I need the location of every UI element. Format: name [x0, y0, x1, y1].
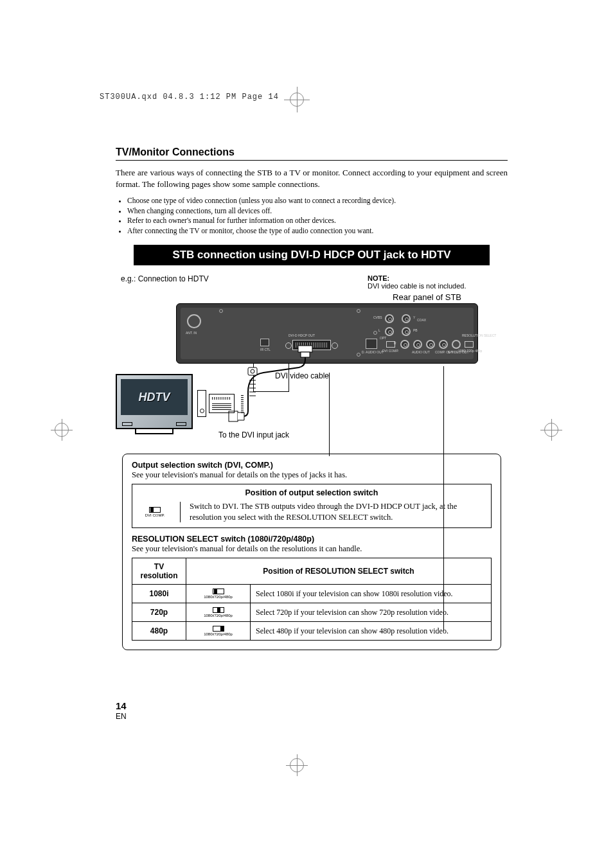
position-output-box: Position of output selection switch DVI … — [132, 484, 492, 528]
pr-jack — [439, 340, 448, 349]
note-heading: NOTE: — [368, 274, 389, 282]
resolution-select-heading: RESOLUTION SELECT switch (1080i/720p/480… — [132, 535, 492, 544]
bullet-item: After connecting the TV or monitor, choo… — [127, 226, 508, 236]
pb-label: PB — [413, 328, 418, 332]
hdtv-text: HDTV — [139, 391, 170, 404]
ant-in-jack — [187, 314, 201, 328]
res-sel-label: RESOLUTION SELECT — [462, 333, 496, 337]
intro-bullets: Choose one type of video connection (unl… — [116, 196, 508, 236]
page-lang: EN — [116, 712, 127, 721]
d-audio-out-label: D. AUDIO OUT — [362, 350, 384, 354]
resolution-select-text: See your television's manual for details… — [132, 544, 492, 554]
av-receiver-illustration — [197, 390, 240, 422]
audio-l-jack — [385, 327, 394, 336]
note-block: NOTE: DVI video cable is not included. — [368, 274, 502, 290]
desc-1080i: Select 1080i if your television can show… — [251, 585, 492, 603]
stb-rear-panel: ANT. IN IR CTL DVI-D HDCP OUT OPT D. AUD… — [176, 303, 478, 364]
intro-paragraph: There are various ways of connecting the… — [116, 167, 508, 190]
desc-720p: Select 720p if your television can show … — [251, 603, 492, 622]
col-tv-resolution: TV resolution — [132, 558, 186, 585]
dvi-out-label: DVI-D HDCP OUT — [289, 333, 315, 337]
page-number-block: 14 EN — [116, 700, 127, 721]
output-selection-text: See your television's manual for details… — [132, 470, 492, 480]
audio-out-label: AUDIO OUT — [412, 350, 430, 354]
note-text: DVI video cable is not included. — [368, 282, 466, 290]
registration-mark — [551, 419, 552, 441]
switch-pos-1080i: 1080i/720p/480p — [186, 585, 251, 603]
position-heading: Position of output selection switch — [139, 488, 484, 497]
cvbs-label: CVBS — [373, 315, 382, 319]
ir-ctl-port — [260, 339, 269, 346]
res-720p: 720p — [132, 603, 186, 622]
col-switch-position: Position of RESOLUTION SELECT switch — [186, 558, 492, 585]
audio2-jack — [426, 340, 435, 349]
y-jack — [402, 314, 411, 323]
table-row: 1080i 1080i/720p/480p Select 1080i if yo… — [132, 585, 492, 603]
ir-ctl-label: IR CTL — [260, 348, 271, 351]
dvi-comp-sw-label: DVI COMP. — [382, 349, 398, 353]
desc-480p: Select 480p if your television can show … — [251, 622, 492, 641]
res-1080i: 1080i — [132, 585, 186, 603]
connection-banner: STB connection using DVI-D HDCP OUT jack… — [134, 245, 490, 265]
bullet-item: Choose one type of video connection (unl… — [127, 196, 508, 206]
switch-pos-480p: 1080i/720p/480p — [186, 622, 251, 641]
dvi-cable-label: DVI video cable — [275, 371, 329, 380]
callout-line — [329, 373, 330, 456]
rear-panel-label: Rear panel of STB — [116, 292, 461, 302]
table-header-row: TV resolution Position of RESOLUTION SEL… — [132, 558, 492, 585]
dvi-input-jack-label: To the DVI input jack — [218, 430, 289, 439]
switch-labels: DVI COMP. — [145, 513, 165, 517]
switch-pos-720p: 1080i/720p/480p — [186, 603, 251, 622]
table-row: 720p 1080i/720p/480p Select 720p if your… — [132, 603, 492, 622]
y-label: Y — [413, 315, 415, 319]
page-number: 14 — [116, 700, 127, 711]
optical-out-port — [366, 339, 377, 349]
table-row: 480p 1080i/720p/480p Select 480p if your… — [132, 622, 492, 641]
hdtv-illustration: HDTV — [116, 374, 193, 429]
pb-jack — [402, 327, 411, 336]
resolution-select-switch — [465, 341, 474, 348]
section-title: TV/Monitor Connections — [116, 146, 508, 161]
switch-settings-box: Output selection switch (DVI, COMP.) See… — [122, 454, 501, 650]
res-opts-label: 1080i 720p 480p — [458, 349, 482, 353]
coax-label: COAX — [417, 318, 426, 322]
resolution-table: TV resolution Position of RESOLUTION SEL… — [132, 558, 492, 641]
output-selection-heading: Output selection switch (DVI, COMP.) — [132, 461, 492, 470]
cvbs-jack — [385, 314, 394, 323]
registration-mark — [62, 419, 62, 441]
example-label: e.g.: Connection to HDTV — [121, 274, 209, 290]
dvi-hdcp-out-port — [292, 340, 331, 350]
l-label: L — [378, 328, 380, 332]
bullet-item: Refer to each owner's manual for further… — [127, 216, 508, 226]
file-tag: ST300UA.qxd 04.8.3 1:12 PM Page 14 — [100, 93, 279, 102]
hdtv-stand — [135, 429, 173, 434]
ant-in-label: ANT. IN — [186, 331, 197, 335]
res-480p: 480p — [132, 622, 186, 641]
audio1-jack — [413, 340, 422, 349]
connection-diagram: ANT. IN IR CTL DVI-D HDCP OUT OPT D. AUD… — [116, 303, 508, 451]
dvi-comp-switch-icon: DVI COMP. — [139, 507, 171, 517]
registration-mark — [297, 754, 298, 776]
bullet-item: When changing connections, turn all devi… — [127, 206, 508, 217]
opt-label: OPT — [380, 336, 386, 340]
registration-mark — [290, 93, 304, 107]
r-label: R — [394, 341, 396, 345]
svideo-jack — [452, 340, 461, 349]
audio-r-jack — [400, 340, 409, 349]
position-text: Switch to DVI. The STB outputs video thr… — [190, 501, 484, 522]
